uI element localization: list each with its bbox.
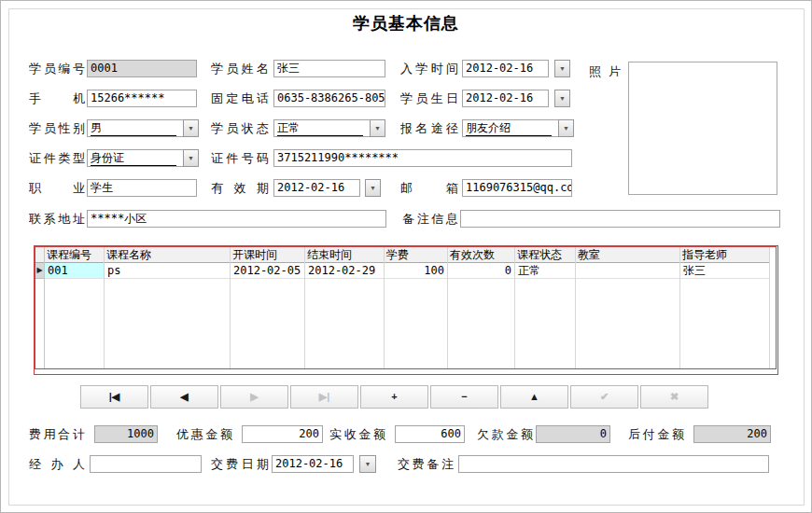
id-type-label: 证件类型: [29, 149, 85, 167]
total-field: 1000: [94, 425, 158, 443]
student-name-label: 学员姓名: [211, 60, 269, 77]
status-label: 学员状态: [211, 119, 269, 137]
pay-date-dropdown-button[interactable]: ▼: [359, 455, 376, 473]
arrears-field: 0: [536, 425, 610, 443]
id-type-combobox[interactable]: 身份证: [87, 149, 184, 167]
grid-column-7: 教室: [576, 247, 680, 368]
landline-field[interactable]: 0635-8386265-805: [273, 90, 385, 107]
grid-column-header[interactable]: 指导老师: [680, 247, 769, 263]
received-field[interactable]: 600: [395, 425, 465, 443]
gender-combobox[interactable]: 男: [87, 119, 184, 137]
nav-cancel-button[interactable]: ✖: [640, 385, 708, 409]
landline-label: 固定电话: [211, 90, 269, 107]
grid-column-header[interactable]: 课程状态: [515, 247, 575, 263]
chevron-down-icon: ▼: [374, 125, 381, 132]
occupation-field[interactable]: 学生: [87, 179, 197, 197]
grid-indicator-header: [35, 247, 44, 263]
address-field[interactable]: *****小区: [87, 210, 386, 228]
grid-column-6: 课程状态正常: [515, 247, 576, 368]
discount-field[interactable]: 200: [242, 425, 323, 443]
grid-cell[interactable]: 正常: [515, 263, 575, 279]
occupation-label: 职业: [29, 179, 85, 197]
enroll-date-dropdown-button[interactable]: ▼: [554, 60, 570, 77]
handler-field[interactable]: [90, 455, 202, 473]
grid-cell[interactable]: ps: [105, 263, 230, 279]
nav-first-button[interactable]: |◀: [80, 385, 148, 409]
nav-post-button[interactable]: ✔: [570, 385, 638, 409]
grid-column-header[interactable]: 结束时间: [305, 247, 384, 263]
grid-column-header[interactable]: 开课时间: [231, 247, 304, 263]
remarks-label: 备注信息: [402, 210, 458, 228]
channel-combobox[interactable]: 朋友介绍: [462, 119, 559, 137]
handler-label: 经办人: [29, 455, 85, 473]
remarks-field[interactable]: [460, 210, 780, 228]
grid-cell[interactable]: 001: [45, 263, 104, 279]
page-title: 学员基本信息: [1, 12, 811, 35]
grid-cell[interactable]: [576, 263, 679, 279]
chevron-down-icon: ▼: [559, 65, 566, 72]
chevron-down-icon: ▼: [563, 125, 569, 132]
gender-value: 男: [91, 120, 176, 136]
nav-prior-button[interactable]: ◀: [150, 385, 218, 409]
chevron-down-icon: ▼: [365, 461, 371, 467]
id-number-label: 证件号码: [211, 149, 269, 167]
birthday-field[interactable]: 2012-02-16: [462, 90, 549, 107]
birthday-label: 学员生日: [400, 90, 458, 107]
gender-label: 学员性别: [29, 119, 85, 137]
email-label: 邮箱: [400, 179, 458, 197]
valid-until-label: 有效期: [211, 179, 269, 197]
id-number-field[interactable]: 3715211990********: [273, 149, 572, 167]
nav-next-button[interactable]: ▶: [220, 385, 288, 409]
nav-last-button[interactable]: ▶|: [290, 385, 358, 409]
chevron-down-icon: ▼: [370, 185, 376, 191]
nav-edit-button[interactable]: ▲: [500, 385, 568, 409]
status-dropdown-button[interactable]: ▼: [370, 119, 385, 137]
grid-column-header[interactable]: 有效次数: [448, 247, 514, 263]
grid-column-header[interactable]: 课程编号: [45, 247, 104, 263]
grid-column-5: 有效次数0: [448, 247, 515, 368]
pay-date-field[interactable]: 2012-02-16: [272, 455, 354, 473]
grid-cell[interactable]: 2012-02-29: [305, 263, 384, 279]
channel-dropdown-button[interactable]: ▼: [558, 119, 574, 137]
mobile-label: 手机: [29, 90, 85, 107]
channel-value: 朋友介绍: [466, 120, 552, 136]
grid-column-8: 指导老师张三: [680, 247, 770, 368]
birthday-dropdown-button[interactable]: ▼: [554, 90, 570, 107]
id-type-dropdown-button[interactable]: ▼: [183, 149, 199, 167]
grid-column-header[interactable]: 学费: [385, 247, 447, 263]
valid-until-field[interactable]: 2012-02-16: [273, 179, 360, 197]
grid-indicator-column: ▶: [35, 247, 45, 368]
grid-column-4: 学费100: [385, 247, 448, 368]
grid-column-1: 课程名称ps: [105, 247, 231, 368]
photo-label: 照片: [589, 62, 621, 80]
grid-cell[interactable]: 张三: [680, 263, 769, 279]
grid-column-header[interactable]: 课程名称: [105, 247, 230, 263]
enroll-date-label: 入学时间: [400, 60, 458, 77]
discount-label: 优惠金额: [176, 425, 232, 443]
grid-cell[interactable]: 2012-02-05: [231, 263, 304, 279]
grid-column-header[interactable]: 教室: [576, 247, 679, 263]
grid-cell[interactable]: 0: [448, 263, 514, 279]
nav-delete-button[interactable]: −: [430, 385, 498, 409]
email-field[interactable]: 1169076315@qq.com: [462, 179, 572, 197]
photo-box: [628, 62, 777, 195]
course-grid[interactable]: ▶ 课程编号001课程名称ps开课时间2012-02-05结束时间2012-02…: [35, 247, 776, 368]
mobile-field[interactable]: 15266******: [87, 90, 197, 107]
channel-label: 报名途径: [400, 119, 458, 137]
chevron-down-icon: ▼: [188, 155, 194, 161]
enroll-date-field[interactable]: 2012-02-16: [462, 60, 549, 77]
nav-insert-button[interactable]: +: [360, 385, 428, 409]
gender-dropdown-button[interactable]: ▼: [183, 119, 199, 137]
status-combobox[interactable]: 正常: [273, 119, 371, 137]
student-id-field: 0001: [87, 60, 197, 77]
row-indicator-icon: ▶: [35, 263, 44, 279]
student-name-field[interactable]: 张三: [273, 60, 385, 77]
pay-remark-label: 交费备注: [398, 455, 454, 473]
grid-column-0: 课程编号001: [45, 247, 105, 368]
postpay-label: 后付金额: [628, 425, 684, 443]
valid-until-dropdown-button[interactable]: ▼: [365, 179, 381, 197]
pay-remark-field[interactable]: [458, 455, 769, 473]
grid-cell[interactable]: 100: [385, 263, 447, 279]
id-type-value: 身份证: [91, 150, 176, 166]
pay-date-label: 交费日期: [211, 455, 269, 473]
